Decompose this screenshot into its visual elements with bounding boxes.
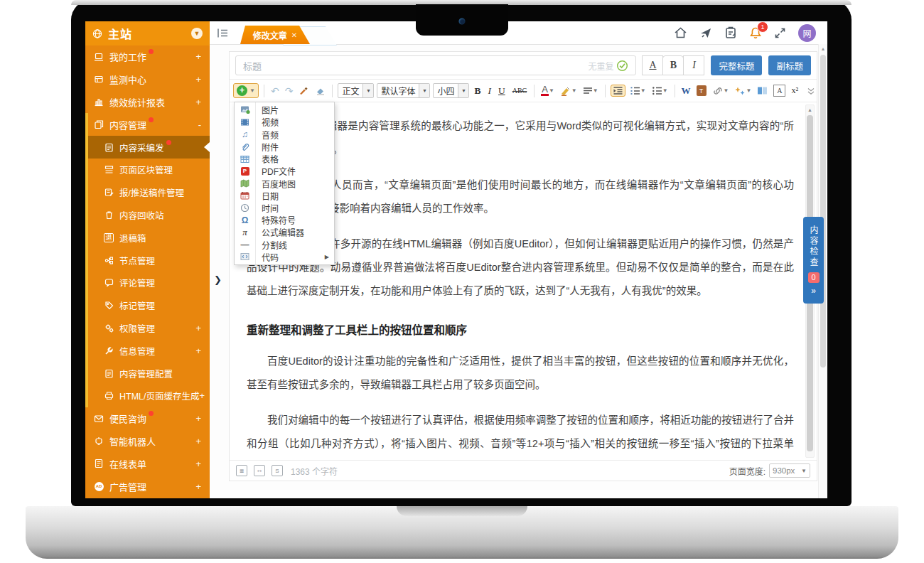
paragraph-format-select[interactable]: 正文 ▼ bbox=[338, 83, 374, 98]
title-italic-button[interactable]: I bbox=[683, 55, 704, 75]
auto-format-button[interactable]: ▼ bbox=[733, 85, 753, 97]
clock-icon bbox=[235, 203, 255, 213]
page-width-select[interactable]: 930px ▼ bbox=[769, 463, 810, 478]
tab-strip: 修改文章 ✕ bbox=[240, 26, 368, 44]
import-word-button[interactable]: W bbox=[680, 85, 692, 97]
first-line-indent-button[interactable] bbox=[611, 85, 625, 97]
submenu-arrow-icon: ▶ bbox=[325, 254, 329, 260]
eraser-button[interactable] bbox=[313, 85, 327, 97]
superscript-button[interactable]: x² bbox=[790, 85, 800, 97]
tab-edit-article[interactable]: 修改文章 ✕ bbox=[240, 26, 310, 44]
home-icon[interactable] bbox=[674, 26, 687, 39]
content-check-label: 内容检查 bbox=[807, 225, 820, 268]
sidebar-item-content-editing[interactable]: 内容采编发 bbox=[88, 136, 210, 159]
title-style-buttons: A B I bbox=[643, 55, 704, 75]
menu-item-baidu-map[interactable]: 百度地图 bbox=[235, 177, 334, 189]
sidebar-item-page-blocks[interactable]: 页面区块管理 bbox=[88, 159, 210, 181]
close-tab-icon[interactable]: ✕ bbox=[291, 31, 297, 39]
sidebar-item-comment-management[interactable]: 评论管理 bbox=[88, 272, 210, 294]
page-scrollbar-thumb[interactable] bbox=[820, 55, 826, 368]
rocket-icon[interactable] bbox=[699, 26, 712, 39]
columns-layout-button[interactable] bbox=[756, 85, 769, 96]
horizontal-rule-icon: — bbox=[235, 240, 255, 250]
menu-item-table[interactable]: 表格 bbox=[235, 153, 334, 165]
format-painter-button[interactable] bbox=[297, 85, 311, 97]
sidebar-item-content-config[interactable]: 内容管理配置 bbox=[88, 362, 210, 385]
sidebar-item-performance-report[interactable]: 绩效统计报表 + bbox=[85, 91, 210, 114]
menu-item-pdf[interactable]: P PDF文件 bbox=[235, 165, 334, 177]
envelope-icon bbox=[94, 414, 104, 424]
site-title: 主站 bbox=[108, 25, 191, 42]
sidebar-item-tag-management[interactable]: 标记管理 bbox=[88, 294, 210, 317]
menu-item-time[interactable]: 时间 bbox=[235, 202, 334, 214]
menu-item-code[interactable]: 代码 ▶ bbox=[235, 251, 334, 263]
printer-cache-icon bbox=[104, 391, 114, 401]
menu-item-audio[interactable]: ♫ 音频 bbox=[235, 128, 334, 140]
title-input[interactable]: 标题 无重复 bbox=[235, 55, 636, 75]
font-color-button[interactable]: A▼ bbox=[539, 85, 556, 97]
sidebar-item-node-management[interactable]: 节点管理 bbox=[88, 249, 210, 272]
menu-item-attachment[interactable]: 附件 bbox=[235, 141, 334, 153]
check-circle-icon bbox=[616, 60, 628, 72]
font-size-select[interactable]: 小四 ▼ bbox=[433, 83, 469, 98]
menu-item-formula-editor[interactable]: π 公式编辑器 bbox=[235, 226, 334, 238]
bullet-list-button[interactable]: ▼ bbox=[650, 85, 670, 96]
site-switch-chevron-icon[interactable]: ▼ bbox=[191, 28, 203, 39]
sidebar-item-online-form[interactable]: 在线表单 + bbox=[85, 452, 210, 475]
sidebar-item-my-work[interactable]: 我的工作 + bbox=[85, 45, 210, 68]
menu-item-date[interactable]: 日期 bbox=[235, 190, 334, 202]
full-title-button[interactable]: 完整标题 bbox=[711, 55, 762, 75]
menu-item-special-symbol[interactable]: Ω 特殊符号 bbox=[235, 214, 334, 226]
sidebar: 主站 ▼ 我的工作 + 监测中心 + 绩效统计报表 + 内容管理 - bbox=[85, 21, 210, 498]
title-font-color-button[interactable]: A bbox=[642, 55, 663, 75]
sidebar-item-monitor-center[interactable]: 监测中心 + bbox=[85, 68, 210, 91]
sidebar-collapse-handle[interactable]: ❯ bbox=[214, 274, 222, 285]
audit-note-icon[interactable] bbox=[724, 26, 737, 39]
menu-item-image[interactable]: 图片 bbox=[235, 104, 334, 116]
sidebar-header[interactable]: 主站 ▼ bbox=[85, 21, 210, 45]
paste-as-text-button[interactable]: T bbox=[695, 85, 708, 97]
sidebar-item-recycle-bin[interactable]: 内容回收站 bbox=[88, 204, 210, 227]
top-right-icons: 1 网 bbox=[674, 24, 816, 42]
bold-button[interactable]: B bbox=[472, 85, 483, 97]
highlight-pen-button[interactable]: ▼ bbox=[559, 85, 579, 97]
nodes-icon bbox=[104, 255, 114, 265]
scroll-up-icon[interactable]: ▲ bbox=[819, 44, 827, 53]
italic-button[interactable]: I bbox=[485, 85, 493, 97]
redo-button[interactable]: ↷ bbox=[284, 85, 295, 97]
underline-button[interactable]: U bbox=[496, 85, 507, 97]
sidebar-item-ad-management[interactable]: AD 广告管理 + bbox=[85, 475, 210, 498]
sidebar-item-robot[interactable]: 智能机器人 + bbox=[85, 430, 210, 453]
char-border-button[interactable]: A bbox=[772, 84, 787, 97]
sidebar-item-info-management[interactable]: 信息管理 + bbox=[88, 339, 210, 362]
code-icon bbox=[235, 252, 255, 261]
sidebar-item-content-management[interactable]: 内容管理 - bbox=[88, 113, 210, 136]
spellcheck-icon[interactable]: S bbox=[272, 465, 283, 476]
collapse-toolbar-icon[interactable] bbox=[805, 86, 817, 96]
user-avatar[interactable]: 网 bbox=[798, 24, 816, 42]
menu-item-video[interactable]: 视频 bbox=[235, 116, 334, 128]
subtitle-button[interactable]: 副标题 bbox=[768, 55, 811, 75]
sidebar-item-citizen-consult[interactable]: 便民咨询 + bbox=[85, 407, 210, 430]
scroll-up-icon[interactable]: ▲ bbox=[806, 105, 814, 114]
title-bold-button[interactable]: B bbox=[662, 55, 684, 75]
page-width-icon[interactable]: ⇿ bbox=[254, 465, 265, 476]
insert-dropdown-button[interactable]: + ▼ bbox=[233, 83, 259, 98]
align-button[interactable]: ▼ bbox=[581, 86, 600, 96]
content-check-tab[interactable]: 内容检查 0 » bbox=[803, 217, 824, 304]
link-button[interactable]: ▼ bbox=[711, 86, 731, 96]
sidebar-item-html-cache[interactable]: HTML/页面缓存生成 + bbox=[88, 385, 210, 407]
source-view-icon[interactable]: ≣ bbox=[236, 465, 247, 476]
undo-button[interactable]: ↶ bbox=[269, 85, 281, 97]
sidebar-item-push-manuscript[interactable]: 报/推送稿件管理 bbox=[88, 181, 210, 204]
ordered-list-button[interactable]: ▼ bbox=[628, 85, 648, 96]
sidebar-item-permission-management[interactable]: 权限管理 + bbox=[88, 317, 210, 340]
strikethrough-button[interactable]: ABC bbox=[510, 87, 530, 95]
collapse-sidebar-icon[interactable] bbox=[217, 28, 229, 38]
sidebar-item-rejected-box[interactable]: 退 退稿箱 bbox=[88, 226, 210, 249]
notification-dot bbox=[166, 140, 171, 145]
notifications-bell-icon[interactable]: 1 bbox=[749, 26, 762, 39]
fullscreen-icon[interactable] bbox=[774, 27, 786, 39]
font-family-select[interactable]: 默认字体 ▼ bbox=[377, 83, 430, 98]
menu-item-divider[interactable]: — 分割线 bbox=[235, 239, 334, 251]
